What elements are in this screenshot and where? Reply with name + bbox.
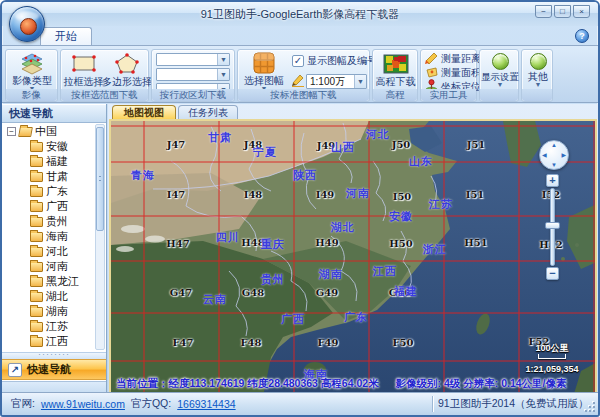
close-button[interactable]: × [573, 5, 590, 18]
imagery-type-button[interactable]: 影像类型 ▼ [8, 51, 56, 88]
group-display: 显示设置 ▼ [479, 49, 519, 102]
zoom-slider-thumb[interactable] [545, 222, 560, 229]
pan-down-icon[interactable]: ▼ [551, 162, 557, 168]
sheet-number-label: H50 [389, 238, 412, 249]
scrollbar-thumb[interactable] [96, 127, 104, 231]
province-label: 四川 [216, 230, 240, 245]
pan-control[interactable]: ▲ ▼ ◀ ▶ [539, 140, 569, 170]
tab-task-list[interactable]: 任务列表 [178, 105, 238, 119]
folder-icon [30, 247, 43, 257]
site-label: 官网: [11, 397, 35, 411]
tree-item[interactable]: 黑龙江 [2, 274, 94, 289]
folder-icon [30, 157, 43, 167]
folder-icon [30, 322, 43, 332]
status-bar: 官网: www.91weitu.com 官方QQ: 1669314434 91卫… [2, 392, 598, 415]
province-label: 河北 [366, 127, 390, 142]
zoom-in-button[interactable]: + [546, 174, 559, 187]
collapse-icon[interactable]: − [7, 127, 16, 136]
chevron-down-icon: ▼ [217, 69, 229, 80]
pan-left-icon[interactable]: ◀ [542, 151, 547, 158]
tree-item[interactable]: 湖南 [2, 304, 94, 319]
qq-link[interactable]: 1669314434 [177, 398, 235, 410]
map-status-overlay: 当前位置：经度113.174619 纬度28.480363 高程64.02米 影… [116, 377, 593, 391]
show-sheet-checkbox[interactable]: ✓ 显示图幅及编号 [292, 54, 377, 68]
qq-label: 官方QQ: [131, 397, 171, 411]
tree-item[interactable]: 江苏 [2, 319, 94, 334]
tree-scrollbar[interactable] [95, 124, 105, 350]
tree-item[interactable]: 海南 [2, 229, 94, 244]
tree-item-label: 福建 [46, 154, 68, 169]
folder-icon [30, 277, 43, 287]
tree-root-china[interactable]: −中国 [2, 124, 94, 139]
quick-nav-icon: ↗ [8, 363, 22, 377]
app-menu-orb-icon[interactable] [9, 6, 45, 42]
tree-item[interactable]: 江西 [2, 334, 94, 349]
select-sheet-button[interactable]: 选择图幅 ▼ [240, 51, 288, 88]
sidebar: 快速导航 −中国安徽福建甘肃广东广西贵州海南河北河南黑龙江湖北湖南江苏江西吉林 … [2, 104, 107, 396]
folder-icon [18, 127, 33, 137]
scale-bar [538, 354, 566, 359]
scale-combo[interactable]: 1:100万 ▼ [306, 74, 367, 89]
province-label: 山东 [409, 154, 433, 169]
tree-item[interactable]: 河北 [2, 244, 94, 259]
tree-item-label: 甘肃 [46, 169, 68, 184]
tab-start[interactable]: 开始 [40, 27, 92, 45]
tree-item[interactable]: 河南 [2, 259, 94, 274]
folder-icon [30, 187, 43, 197]
rect-select-icon [70, 52, 98, 76]
elevation-download-button[interactable]: 高程下载 [374, 51, 417, 88]
quick-nav-button[interactable]: ↗ 快速导航 [2, 359, 106, 380]
sheet-number-label: F50 [392, 337, 413, 348]
folder-icon [30, 217, 43, 227]
dropdown-arrow-icon: ▼ [535, 82, 542, 88]
sidebar-splitter[interactable] [2, 352, 106, 359]
site-link[interactable]: www.91weitu.com [41, 398, 125, 410]
province-label: 甘肃 [208, 130, 232, 145]
folder-icon [30, 292, 43, 302]
province-label: 江西 [373, 264, 397, 279]
dropdown-arrow-icon: ▼ [497, 82, 504, 88]
heatmap-icon [383, 52, 409, 76]
tree-item[interactable]: 广东 [2, 184, 94, 199]
city-combo[interactable]: ▼ [156, 68, 230, 81]
pan-up-icon[interactable]: ▲ [551, 142, 557, 148]
zoom-out-button[interactable]: − [546, 267, 559, 280]
province-label: 江苏 [429, 197, 453, 212]
app-window: 91卫图助手-GoogleEarth影像高程下载器 − □ × 开始 ? [0, 0, 600, 417]
tree-item[interactable]: 贵州 [2, 214, 94, 229]
minimize-button[interactable]: − [535, 5, 552, 18]
grid-sheet-icon [252, 52, 276, 75]
province-combo[interactable]: ▼ [156, 53, 230, 66]
scale-ratio: 1:21,059,354 [525, 364, 578, 374]
tree-item[interactable]: 湖北 [2, 289, 94, 304]
tab-map-view[interactable]: 地图视图 [112, 105, 176, 119]
folder-icon [30, 232, 43, 242]
drag-box-select-button[interactable]: 拉框选择 [62, 51, 105, 88]
sheet-number-label: J47 [167, 139, 186, 150]
pan-right-icon[interactable]: ▶ [561, 151, 566, 158]
map-panel: 地图视图 任务列表 [108, 104, 599, 396]
help-icon[interactable]: ? [575, 29, 589, 43]
tree-item-label: 河北 [46, 244, 68, 259]
ribbon: 影像类型 ▼ 影像 拉框选择 [2, 45, 598, 103]
tree-item[interactable]: 福建 [2, 154, 94, 169]
display-settings-button[interactable]: 显示设置 ▼ [480, 51, 520, 88]
other-button[interactable]: 其他 ▼ [522, 51, 554, 88]
tree-item[interactable]: 甘肃 [2, 169, 94, 184]
ribbon-tab-row: 开始 ? [2, 26, 598, 45]
province-tree: −中国安徽福建甘肃广东广西贵州海南河北河南黑龙江湖北湖南江苏江西吉林 [2, 124, 94, 350]
province-label: 贵州 [261, 272, 285, 287]
other-icon [530, 53, 547, 70]
chevron-down-icon: ▼ [217, 54, 229, 65]
sheet-number-label: G47 [170, 287, 192, 298]
map-view[interactable]: J47J48J49J50J51I47I48I49I50I51I52H47H48H… [109, 119, 597, 395]
display-settings-icon [492, 53, 509, 70]
maximize-button[interactable]: □ [554, 5, 571, 18]
province-label: 湖北 [331, 220, 355, 235]
tree-item[interactable]: 安徽 [2, 139, 94, 154]
tree-item-label: 海南 [46, 229, 68, 244]
tree-item[interactable]: 广西 [2, 199, 94, 214]
province-label: 陕西 [293, 168, 317, 183]
resize-grip-icon[interactable] [583, 400, 595, 412]
polygon-select-button[interactable]: 多边形选择 [105, 51, 149, 88]
